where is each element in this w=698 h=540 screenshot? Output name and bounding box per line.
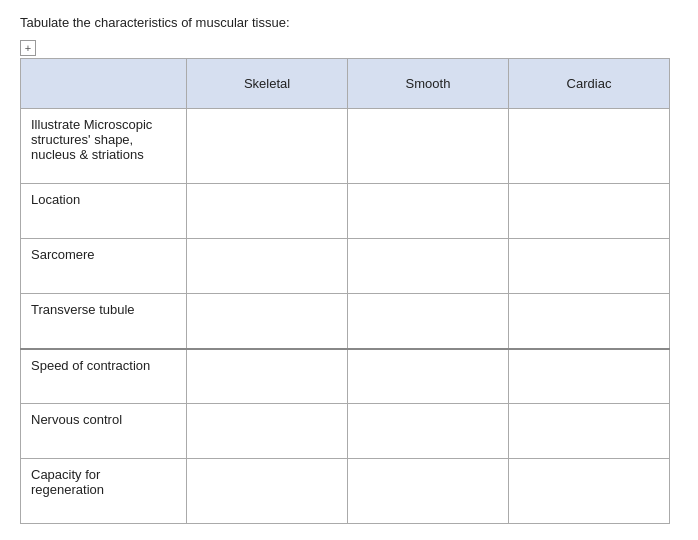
table-row: Nervous control — [21, 404, 670, 459]
data-cell[interactable] — [348, 459, 509, 524]
table-row: Speed of contraction — [21, 349, 670, 404]
data-cell[interactable] — [187, 109, 348, 184]
data-cell[interactable] — [187, 349, 348, 404]
col-cardiac-header: Cardiac — [508, 59, 669, 109]
data-cell[interactable] — [348, 109, 509, 184]
row-label: Sarcomere — [21, 239, 187, 294]
row-label: Location — [21, 184, 187, 239]
data-cell[interactable] — [508, 109, 669, 184]
data-cell[interactable] — [187, 294, 348, 349]
table-row: Capacity for regeneration — [21, 459, 670, 524]
data-cell[interactable] — [508, 184, 669, 239]
table-wrapper: + Skeletal Smooth Cardiac Illustrate Mic… — [20, 40, 670, 524]
data-cell[interactable] — [508, 294, 669, 349]
row-label: Transverse tubule — [21, 294, 187, 349]
row-label: Capacity for regeneration — [21, 459, 187, 524]
data-cell[interactable] — [508, 404, 669, 459]
data-cell[interactable] — [187, 184, 348, 239]
row-label: Speed of contraction — [21, 349, 187, 404]
row-label: Nervous control — [21, 404, 187, 459]
plus-icon[interactable]: + — [20, 40, 36, 56]
data-cell[interactable] — [187, 239, 348, 294]
data-cell[interactable] — [348, 239, 509, 294]
page-title: Tabulate the characteristics of muscular… — [20, 15, 678, 30]
data-cell[interactable] — [508, 349, 669, 404]
data-cell[interactable] — [348, 294, 509, 349]
col-smooth-header: Smooth — [348, 59, 509, 109]
data-cell[interactable] — [187, 459, 348, 524]
data-cell[interactable] — [348, 404, 509, 459]
table-row: Sarcomere — [21, 239, 670, 294]
row-label: Illustrate Microscopic structures' shape… — [21, 109, 187, 184]
characteristics-table: Skeletal Smooth Cardiac Illustrate Micro… — [20, 58, 670, 524]
data-cell[interactable] — [508, 459, 669, 524]
col-label-header — [21, 59, 187, 109]
data-cell[interactable] — [348, 184, 509, 239]
data-cell[interactable] — [348, 349, 509, 404]
col-skeletal-header: Skeletal — [187, 59, 348, 109]
header-row: Skeletal Smooth Cardiac — [21, 59, 670, 109]
data-cell[interactable] — [508, 239, 669, 294]
table-row: Transverse tubule — [21, 294, 670, 349]
table-row: Illustrate Microscopic structures' shape… — [21, 109, 670, 184]
data-cell[interactable] — [187, 404, 348, 459]
table-row: Location — [21, 184, 670, 239]
